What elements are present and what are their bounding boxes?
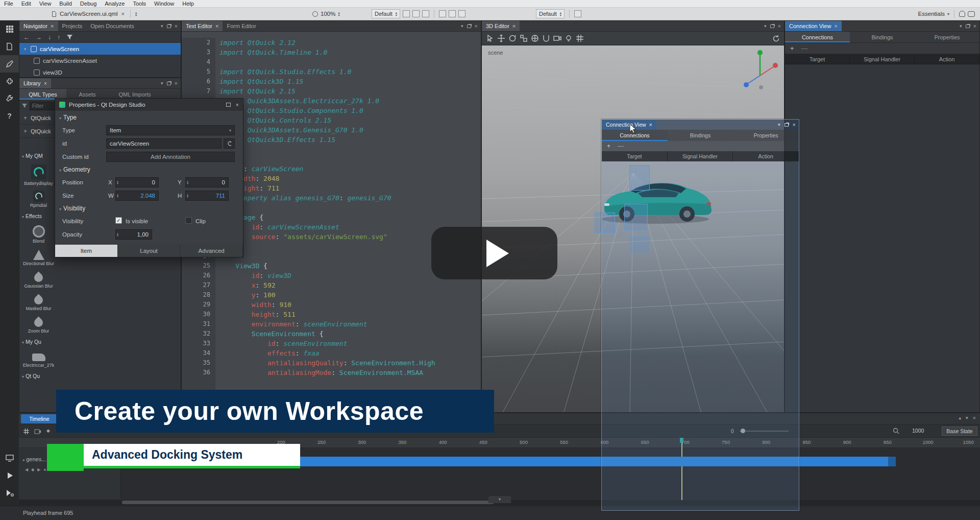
chevron-down-icon[interactable]: ▾	[161, 23, 163, 29]
help-button[interactable]: ?	[0, 107, 19, 125]
close-icon[interactable]: ×	[649, 122, 652, 128]
library-item-directional-blur[interactable]: Directional Blur	[19, 246, 58, 266]
track-keyframe-controls[interactable]: ◀◆▶●	[25, 467, 49, 472]
video-play-button[interactable]	[431, 227, 557, 279]
close-icon[interactable]: ×	[778, 23, 781, 29]
menu-help[interactable]: Help	[178, 0, 198, 8]
tab-form-editor[interactable]: Form Editor	[223, 21, 260, 31]
undock-icon[interactable]	[167, 25, 171, 28]
library-item-gaussian-blur[interactable]: Gaussian Blur	[19, 268, 58, 289]
close-icon[interactable]: ×	[793, 122, 796, 128]
timeline-duration[interactable]: 1000	[912, 428, 924, 434]
section-type[interactable]: ▾Type	[59, 114, 77, 121]
style-select[interactable]: Default▴▾	[372, 9, 400, 18]
timeline-track-bar-end[interactable]	[888, 457, 896, 466]
filter-icon[interactable]	[66, 34, 73, 40]
height-spinbox[interactable]: ▴▾711	[185, 191, 229, 201]
tools-button[interactable]	[0, 90, 19, 107]
state-select[interactable]: Default▴▾	[536, 9, 565, 18]
camera-icon[interactable]	[34, 429, 41, 434]
close-icon[interactable]: ×	[475, 23, 478, 29]
track-label[interactable]: ▸ genes...	[23, 456, 46, 462]
tab-library[interactable]: Library×	[19, 78, 51, 88]
menu-debug[interactable]: Debug	[76, 0, 101, 8]
close-icon[interactable]: ×	[175, 23, 178, 29]
floating-connection-view-panel[interactable]: Connection View× ▾ × Connections Binding…	[601, 119, 799, 511]
mode-select[interactable]: Essentials	[918, 11, 945, 17]
close-icon[interactable]: ×	[44, 80, 47, 86]
tab-open-documents[interactable]: Open Documents	[86, 21, 138, 31]
tab-navigator[interactable]: Navigator×	[19, 21, 58, 31]
close-icon[interactable]: ×	[512, 23, 516, 29]
tab-text-editor[interactable]: Text Editor×	[182, 21, 223, 31]
close-icon[interactable]: ×	[51, 23, 54, 29]
feedback-icon[interactable]	[968, 11, 975, 17]
run-debug-button[interactable]	[0, 484, 19, 502]
keyframe-grid-icon[interactable]	[23, 428, 30, 435]
tab-bindings[interactable]: Bindings	[850, 32, 915, 42]
add-connection-button[interactable]: +	[607, 143, 610, 150]
dialog-titlebar[interactable]: Properties - Qt Design Studio ×	[55, 99, 243, 111]
rotate-tool-icon[interactable]	[508, 34, 517, 42]
grid-icon[interactable]	[412, 10, 420, 17]
plus-icon[interactable]: +	[23, 114, 27, 122]
close-icon[interactable]: ×	[973, 23, 976, 29]
library-item-blend[interactable]: Blend	[19, 222, 58, 244]
close-icon[interactable]: ×	[973, 415, 976, 421]
scrollbar-thumb[interactable]	[122, 501, 494, 504]
grid-toggle-icon[interactable]	[576, 34, 584, 42]
workspace-grid-button[interactable]	[0, 20, 19, 38]
clip-checkbox[interactable]	[185, 217, 192, 224]
file-tab-close-icon[interactable]: ×	[120, 11, 126, 17]
live-preview-icon[interactable]	[0, 450, 19, 467]
zoom-level[interactable]: 100%	[321, 11, 335, 17]
section-visibility[interactable]: ▾Visibility	[59, 205, 85, 212]
align-left-icon[interactable]	[439, 10, 446, 17]
close-icon[interactable]: ×	[215, 23, 218, 29]
tab-properties[interactable]: Properties	[915, 32, 979, 42]
menu-analyze[interactable]: Analyze	[101, 0, 129, 8]
undock-icon[interactable]	[770, 25, 774, 28]
guides-icon[interactable]	[422, 10, 429, 17]
undock-icon[interactable]	[966, 25, 970, 28]
x-spinbox[interactable]: ▴▾0	[115, 177, 159, 187]
library-section-header[interactable]: ▾My QM	[19, 150, 58, 162]
tab-projects[interactable]: Projects	[58, 21, 87, 31]
library-item-zoom-blur[interactable]: Zoom Blur	[19, 313, 58, 334]
align-center-icon[interactable]	[449, 10, 456, 17]
tab-connections[interactable]: Connections	[785, 32, 850, 42]
splitter-collapse-button[interactable]: ▾	[488, 496, 511, 503]
export-icon[interactable]	[574, 10, 581, 17]
menu-view[interactable]: View	[35, 0, 56, 8]
chevron-down-icon[interactable]: ▾	[947, 12, 949, 16]
close-icon[interactable]: ×	[834, 23, 837, 29]
tree-item-view3d[interactable]: view3D	[19, 66, 181, 78]
close-icon[interactable]: ×	[175, 80, 178, 86]
design-mode-button[interactable]	[0, 55, 19, 73]
connection-table-body[interactable]	[785, 64, 979, 412]
tab-advanced[interactable]: Advanced	[180, 245, 243, 257]
tab-properties[interactable]: Properties	[733, 130, 799, 141]
chevron-down-icon[interactable]: ▾	[461, 23, 463, 29]
file-dropdown-icon[interactable]: ▴▾	[135, 11, 137, 16]
library-item-electriccar-27k[interactable]: Electriccar_27k	[19, 348, 58, 368]
camera-mode-icon[interactable]	[553, 34, 561, 42]
run-button[interactable]	[0, 467, 19, 484]
axis-gizmo[interactable]	[740, 48, 780, 91]
menu-build[interactable]: Build	[55, 0, 76, 8]
reset-view-icon[interactable]	[772, 35, 780, 42]
add-connection-button[interactable]: +	[790, 44, 794, 52]
zoom-stepper[interactable]: ▴▾	[338, 11, 339, 16]
library-item-masked-blur[interactable]: Masked Blur	[19, 291, 58, 311]
base-state-button[interactable]: Base State	[942, 427, 977, 436]
tree-item-carviewscreen[interactable]: ▾ carViewScreen	[19, 43, 181, 55]
keyframe-diamond-icon[interactable]: ◆	[46, 428, 50, 433]
account-icon[interactable]	[959, 11, 965, 17]
tab-connection-view[interactable]: Connection View×	[785, 21, 842, 31]
menu-edit[interactable]: Edit	[17, 0, 35, 8]
move-forward-icon[interactable]: →	[36, 34, 42, 41]
chevron-down-icon[interactable]: ▾	[966, 415, 968, 420]
maximize-icon[interactable]	[226, 103, 231, 107]
menu-window[interactable]: Window	[150, 0, 178, 8]
type-combo[interactable]: Item▾	[106, 125, 235, 135]
